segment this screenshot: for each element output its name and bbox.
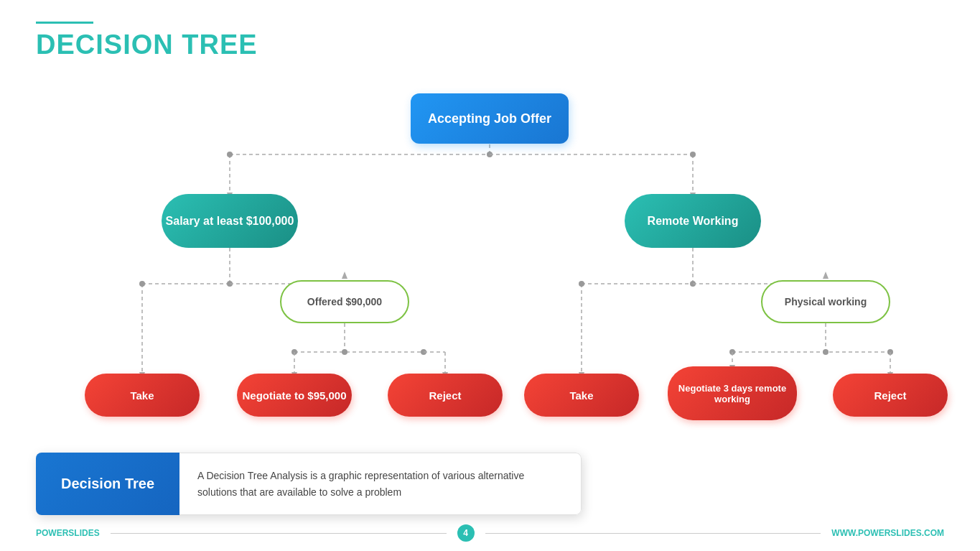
svg-point-23 xyxy=(291,349,297,355)
offered-node: Offered $90,000 xyxy=(280,280,409,323)
svg-point-44 xyxy=(887,349,893,355)
root-node: Accepting Job Offer xyxy=(411,93,569,144)
take2-node: Take xyxy=(524,374,639,417)
header: DECISION TREE xyxy=(36,22,258,60)
footer-page-number: 4 xyxy=(457,524,475,542)
take1-node: Take xyxy=(85,374,200,417)
svg-marker-39 xyxy=(823,272,829,279)
info-box-description: A Decision Tree Analysis is a graphic re… xyxy=(179,453,582,515)
physical-node: Physical working xyxy=(761,280,890,323)
decision-tree-diagram: Accepting Job Offer Salary at least $100… xyxy=(0,65,980,467)
svg-marker-19 xyxy=(342,272,347,279)
info-box: Decision Tree A Decision Tree Analysis i… xyxy=(36,453,582,515)
footer-right-line xyxy=(485,533,821,534)
svg-point-33 xyxy=(690,281,696,287)
header-accent-line xyxy=(36,22,93,24)
svg-point-4 xyxy=(227,152,233,157)
page-title: DECISION TREE xyxy=(36,29,258,60)
svg-point-42 xyxy=(823,349,829,355)
reject2-node: Reject xyxy=(833,374,948,417)
svg-point-24 xyxy=(421,349,426,355)
svg-point-14 xyxy=(139,281,145,287)
salary-node: Salary at least $100,000 xyxy=(162,194,298,248)
remote-node: Remote Working xyxy=(625,194,761,248)
svg-point-34 xyxy=(579,281,584,287)
svg-point-22 xyxy=(342,349,347,355)
svg-point-8 xyxy=(690,152,696,157)
page-footer: POWERSLIDES 4 WWW.POWERSLIDES.COM xyxy=(0,522,980,544)
footer-left-line xyxy=(111,533,447,534)
footer-brand: POWERSLIDES xyxy=(36,528,100,538)
negotiate1-node: Negotiate to $95,000 xyxy=(237,374,352,417)
info-box-label: Decision Tree xyxy=(36,453,179,515)
svg-point-43 xyxy=(729,349,735,355)
svg-point-13 xyxy=(227,281,233,287)
reject1-node: Reject xyxy=(388,374,503,417)
svg-point-3 xyxy=(487,152,493,157)
footer-url: WWW.POWERSLIDES.COM xyxy=(831,528,944,538)
negotiate2-node: Negotiate 3 days remote working xyxy=(668,366,797,420)
